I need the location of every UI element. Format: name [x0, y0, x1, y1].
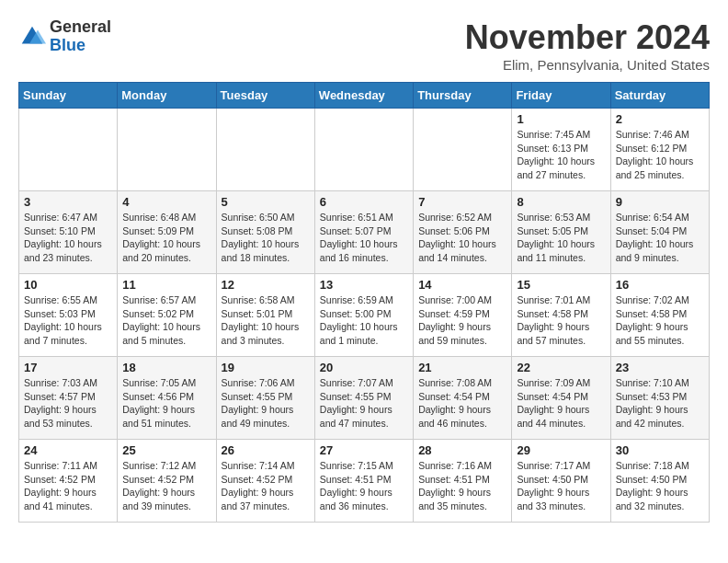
day-info: Sunrise: 7:00 AM Sunset: 4:59 PM Dayligh…: [418, 293, 506, 348]
calendar-cell: 5Sunrise: 6:50 AM Sunset: 5:08 PM Daylig…: [216, 191, 314, 274]
day-number: 8: [517, 195, 605, 209]
day-info: Sunrise: 7:45 AM Sunset: 6:13 PM Dayligh…: [517, 128, 605, 182]
calendar-cell: 24Sunrise: 7:11 AM Sunset: 4:52 PM Dayli…: [19, 440, 118, 523]
day-info: Sunrise: 7:01 AM Sunset: 4:58 PM Dayligh…: [517, 293, 605, 348]
day-number: 21: [418, 361, 506, 374]
location: Elim, Pennsylvania, United States: [465, 57, 710, 73]
calendar-cell: 14Sunrise: 7:00 AM Sunset: 4:59 PM Dayli…: [414, 274, 512, 357]
calendar-cell: 25Sunrise: 7:12 AM Sunset: 4:52 PM Dayli…: [118, 440, 216, 523]
logo-general-text: General: [50, 17, 111, 36]
logo-blue-text: Blue: [50, 36, 85, 54]
calendar-cell: 6Sunrise: 6:51 AM Sunset: 5:07 PM Daylig…: [314, 191, 413, 274]
weekday-header-friday: Friday: [512, 83, 610, 109]
day-info: Sunrise: 6:48 AM Sunset: 5:09 PM Dayligh…: [122, 211, 210, 265]
weekday-header-sunday: Sunday: [19, 83, 118, 109]
calendar-cell: 19Sunrise: 7:06 AM Sunset: 4:55 PM Dayli…: [216, 357, 314, 440]
week-row-2: 10Sunrise: 6:55 AM Sunset: 5:03 PM Dayli…: [19, 274, 710, 357]
calendar-cell: 16Sunrise: 7:02 AM Sunset: 4:58 PM Dayli…: [610, 274, 709, 357]
day-info: Sunrise: 7:09 AM Sunset: 4:54 PM Dayligh…: [517, 376, 605, 431]
calendar-cell: [314, 109, 413, 191]
day-info: Sunrise: 6:55 AM Sunset: 5:03 PM Dayligh…: [24, 293, 112, 348]
week-row-1: 3Sunrise: 6:47 AM Sunset: 5:10 PM Daylig…: [19, 191, 710, 274]
calendar-cell: 2Sunrise: 7:46 AM Sunset: 6:12 PM Daylig…: [610, 109, 709, 191]
day-info: Sunrise: 6:57 AM Sunset: 5:02 PM Dayligh…: [122, 293, 210, 348]
day-number: 14: [418, 278, 506, 292]
day-info: Sunrise: 7:07 AM Sunset: 4:55 PM Dayligh…: [320, 376, 408, 431]
calendar-cell: 23Sunrise: 7:10 AM Sunset: 4:53 PM Dayli…: [610, 357, 709, 440]
weekday-header-row: SundayMondayTuesdayWednesdayThursdayFrid…: [19, 83, 710, 109]
weekday-header-wednesday: Wednesday: [314, 83, 413, 109]
calendar-cell: 10Sunrise: 6:55 AM Sunset: 5:03 PM Dayli…: [19, 274, 118, 357]
calendar-cell: 8Sunrise: 6:53 AM Sunset: 5:05 PM Daylig…: [512, 191, 610, 274]
day-info: Sunrise: 7:03 AM Sunset: 4:57 PM Dayligh…: [24, 376, 112, 431]
day-info: Sunrise: 6:59 AM Sunset: 5:00 PM Dayligh…: [320, 293, 408, 348]
day-info: Sunrise: 6:47 AM Sunset: 5:10 PM Dayligh…: [24, 211, 112, 265]
day-number: 29: [517, 443, 605, 457]
day-number: 17: [24, 361, 112, 374]
calendar-cell: 7Sunrise: 6:52 AM Sunset: 5:06 PM Daylig…: [414, 191, 512, 274]
day-info: Sunrise: 7:02 AM Sunset: 4:58 PM Dayligh…: [616, 293, 704, 348]
calendar-cell: 4Sunrise: 6:48 AM Sunset: 5:09 PM Daylig…: [118, 191, 216, 274]
calendar-cell: 30Sunrise: 7:18 AM Sunset: 4:50 PM Dayli…: [610, 440, 709, 523]
day-number: 13: [320, 278, 408, 292]
weekday-header-tuesday: Tuesday: [216, 83, 314, 109]
day-info: Sunrise: 6:58 AM Sunset: 5:01 PM Dayligh…: [222, 293, 310, 348]
day-number: 3: [24, 195, 112, 209]
calendar-cell: 12Sunrise: 6:58 AM Sunset: 5:01 PM Dayli…: [216, 274, 314, 357]
day-info: Sunrise: 7:08 AM Sunset: 4:54 PM Dayligh…: [418, 376, 506, 431]
day-info: Sunrise: 6:50 AM Sunset: 5:08 PM Dayligh…: [222, 211, 310, 265]
weekday-header-thursday: Thursday: [414, 83, 512, 109]
title-area: November 2024 Elim, Pennsylvania, United…: [465, 18, 710, 73]
day-number: 10: [24, 278, 112, 292]
calendar-cell: 29Sunrise: 7:17 AM Sunset: 4:50 PM Dayli…: [512, 440, 610, 523]
day-info: Sunrise: 6:53 AM Sunset: 5:05 PM Dayligh…: [517, 211, 605, 265]
day-number: 12: [222, 278, 310, 292]
day-number: 19: [222, 361, 310, 374]
calendar-cell: 22Sunrise: 7:09 AM Sunset: 4:54 PM Dayli…: [512, 357, 610, 440]
calendar-cell: [118, 109, 216, 191]
day-number: 28: [418, 443, 506, 457]
day-number: 4: [122, 195, 210, 209]
day-number: 23: [616, 361, 704, 374]
calendar-cell: 18Sunrise: 7:05 AM Sunset: 4:56 PM Dayli…: [118, 357, 216, 440]
calendar-cell: 13Sunrise: 6:59 AM Sunset: 5:00 PM Dayli…: [314, 274, 413, 357]
week-row-0: 1Sunrise: 7:45 AM Sunset: 6:13 PM Daylig…: [19, 109, 710, 191]
month-title: November 2024: [465, 18, 710, 57]
calendar-cell: 26Sunrise: 7:14 AM Sunset: 4:52 PM Dayli…: [216, 440, 314, 523]
calendar-cell: 15Sunrise: 7:01 AM Sunset: 4:58 PM Dayli…: [512, 274, 610, 357]
day-info: Sunrise: 7:14 AM Sunset: 4:52 PM Dayligh…: [222, 459, 310, 513]
calendar-cell: 17Sunrise: 7:03 AM Sunset: 4:57 PM Dayli…: [19, 357, 118, 440]
day-number: 22: [517, 361, 605, 374]
calendar-cell: 1Sunrise: 7:45 AM Sunset: 6:13 PM Daylig…: [512, 109, 610, 191]
day-info: Sunrise: 7:12 AM Sunset: 4:52 PM Dayligh…: [122, 459, 210, 513]
day-info: Sunrise: 7:10 AM Sunset: 4:53 PM Dayligh…: [616, 376, 704, 431]
header: General Blue November 2024 Elim, Pennsyl…: [18, 18, 710, 73]
day-info: Sunrise: 7:15 AM Sunset: 4:51 PM Dayligh…: [320, 459, 408, 513]
calendar: SundayMondayTuesdayWednesdayThursdayFrid…: [18, 82, 710, 523]
day-number: 20: [320, 361, 408, 374]
day-number: 25: [122, 443, 210, 457]
day-info: Sunrise: 6:54 AM Sunset: 5:04 PM Dayligh…: [616, 211, 704, 265]
day-number: 27: [320, 443, 408, 457]
day-number: 18: [122, 361, 210, 374]
day-info: Sunrise: 7:11 AM Sunset: 4:52 PM Dayligh…: [24, 459, 112, 513]
weekday-header-monday: Monday: [118, 83, 216, 109]
day-info: Sunrise: 7:16 AM Sunset: 4:51 PM Dayligh…: [418, 459, 506, 513]
day-info: Sunrise: 7:17 AM Sunset: 4:50 PM Dayligh…: [517, 459, 605, 513]
day-info: Sunrise: 7:06 AM Sunset: 4:55 PM Dayligh…: [222, 376, 310, 431]
calendar-cell: [216, 109, 314, 191]
day-number: 1: [517, 112, 605, 126]
day-info: Sunrise: 7:46 AM Sunset: 6:12 PM Dayligh…: [616, 128, 704, 182]
day-number: 30: [616, 443, 704, 457]
week-row-4: 24Sunrise: 7:11 AM Sunset: 4:52 PM Dayli…: [19, 440, 710, 523]
day-number: 5: [222, 195, 310, 209]
day-number: 9: [616, 195, 704, 209]
calendar-cell: 27Sunrise: 7:15 AM Sunset: 4:51 PM Dayli…: [314, 440, 413, 523]
day-info: Sunrise: 6:52 AM Sunset: 5:06 PM Dayligh…: [418, 211, 506, 265]
logo: General Blue: [18, 18, 111, 55]
calendar-cell: [19, 109, 118, 191]
calendar-cell: 28Sunrise: 7:16 AM Sunset: 4:51 PM Dayli…: [414, 440, 512, 523]
logo-icon: [18, 23, 46, 51]
day-number: 26: [222, 443, 310, 457]
day-number: 7: [418, 195, 506, 209]
